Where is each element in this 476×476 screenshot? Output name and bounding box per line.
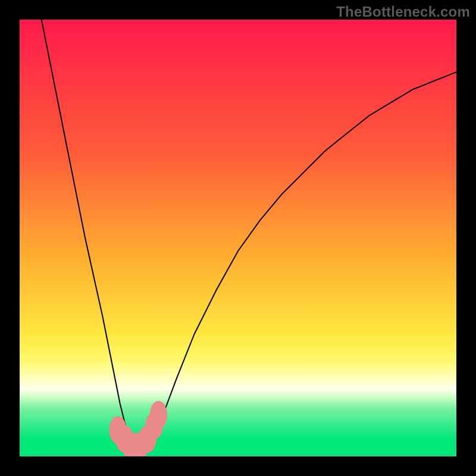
- dot: [150, 401, 167, 429]
- plot-svg: [20, 20, 456, 456]
- chart-container: TheBottleneck.com: [0, 0, 476, 476]
- watermark: TheBottleneck.com: [336, 4, 470, 20]
- plot-area: [20, 20, 456, 456]
